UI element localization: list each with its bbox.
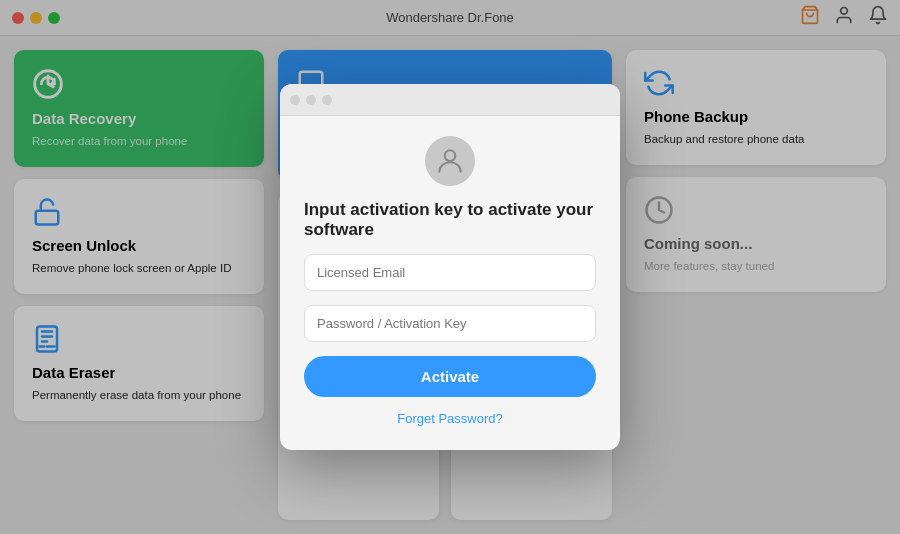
svg-point-16 [445,150,456,161]
activation-modal: Input activation key to activate your so… [280,84,620,450]
password-field[interactable] [304,305,596,342]
modal-maximize-button[interactable] [322,95,332,105]
forget-password-link[interactable]: Forget Password? [397,411,503,426]
email-field[interactable] [304,254,596,291]
modal-body: Input activation key to activate your so… [280,116,620,450]
modal-heading: Input activation key to activate your so… [304,200,596,240]
avatar [425,136,475,186]
modal-overlay: Input activation key to activate your so… [0,0,900,534]
activate-button[interactable]: Activate [304,356,596,397]
modal-minimize-button[interactable] [306,95,316,105]
modal-title-bar [280,84,620,116]
modal-close-button[interactable] [290,95,300,105]
